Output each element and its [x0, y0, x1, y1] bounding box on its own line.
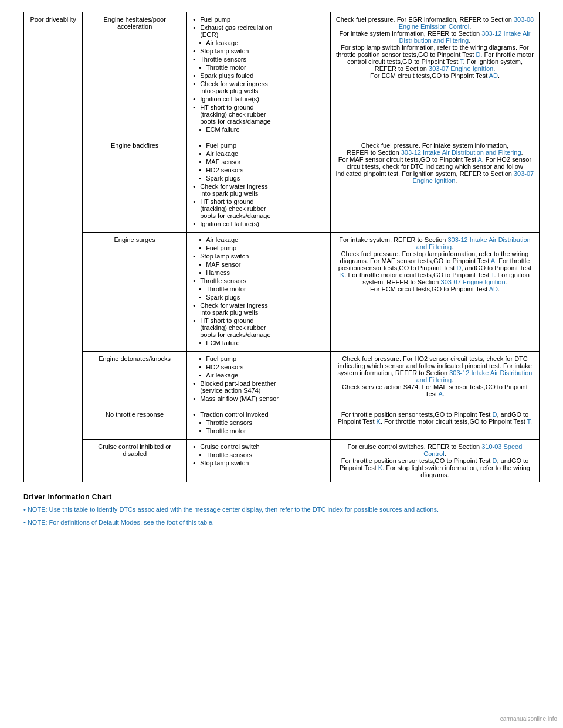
link-303-07-2[interactable]: 303-07 Engine Ignition [413, 170, 534, 184]
actions-cell-3: For intake system, REFER to Section 303-… [330, 233, 539, 352]
link-303-12-3[interactable]: 303-12 Intake Air Distribution and Filte… [416, 236, 531, 250]
causes-cell-2: Fuel pump Air leakage MAF sensor HO2 sen… [187, 138, 331, 233]
causes-cell-1: Fuel pump Exhaust gas recirculation(EGR)… [187, 12, 331, 138]
link-303-12-4[interactable]: 303-12 Intake Air Distribution and Filte… [416, 369, 533, 383]
link-pinpoint-K-3[interactable]: K [340, 271, 344, 278]
condition-cell-6: Cruise control inhibited ordisabled [83, 440, 187, 482]
causes-cell-4: Fuel pump HO2 sensors Air leakage Blocke… [187, 352, 331, 407]
note-2: • NOTE: For definitions of Default Modes… [23, 519, 540, 526]
causes-cell-6: Cruise control switch Throttle sensors S… [187, 440, 331, 482]
actions-cell-1: Check fuel pressure. For EGR information… [330, 12, 539, 138]
link-pinpoint-K-6[interactable]: K [378, 464, 382, 471]
link-pinpoint-T-1[interactable]: T [460, 58, 463, 65]
condition-cell-2: Engine backfires [83, 138, 187, 233]
link-pinpoint-A-4[interactable]: A [439, 390, 443, 397]
driveability-table: Poor driveability Engine hesitates/poora… [23, 12, 540, 482]
condition-cell-5: No throttle response [83, 407, 187, 440]
actions-cell-4: Check fuel pressure. For HO2 sensor circ… [330, 352, 539, 407]
note-1: • NOTE: Use this table to identify DTCs … [23, 506, 540, 513]
link-pinpoint-D-1[interactable]: D [476, 51, 480, 58]
link-303-12-2[interactable]: 303-12 Intake Air Distribution and Filte… [401, 149, 521, 156]
link-pinpoint-AD-1[interactable]: AD [489, 72, 498, 79]
link-pinpoint-D-5[interactable]: D [492, 411, 497, 418]
causes-cell-5: Traction control invoked Throttle sensor… [187, 407, 331, 440]
link-303-07-1[interactable]: 303-07 Engine Ignition [429, 65, 493, 72]
link-pinpoint-T-5[interactable]: T [527, 418, 531, 425]
condition-cell-4: Engine detonates/knocks [83, 352, 187, 407]
link-pinpoint-K-5[interactable]: K [377, 418, 381, 425]
actions-cell-2: Check fuel pressure. For intake system i… [330, 138, 539, 233]
link-303-12-1[interactable]: 303-12 Intake Air Distribution and Filte… [399, 30, 531, 44]
link-pinpoint-A-3[interactable]: A [491, 257, 495, 264]
link-303-07-3[interactable]: 303-07 Engine Ignition [441, 278, 506, 285]
link-pinpoint-A-2[interactable]: A [477, 156, 481, 163]
driver-info-title: Driver Information Chart [23, 493, 540, 501]
link-pinpoint-D-6[interactable]: D [492, 457, 497, 464]
condition-cell-3: Engine surges [83, 233, 187, 352]
driveability-header: Poor driveability [24, 12, 83, 482]
driver-info-section: Driver Information Chart • NOTE: Use thi… [23, 493, 540, 526]
link-pinpoint-AD-3[interactable]: AD [489, 285, 498, 292]
causes-cell-3: Air leakage Fuel pump Stop lamp switch M… [187, 233, 331, 352]
actions-cell-5: For throttle position sensor tests,GO to… [330, 407, 539, 440]
link-pinpoint-T-3[interactable]: T [491, 271, 494, 278]
actions-cell-6: For cruise control switches, REFER to Se… [330, 440, 539, 482]
link-310-03[interactable]: 310-03 Speed Control [423, 443, 522, 457]
condition-cell-1: Engine hesitates/pooracceleration [83, 12, 187, 138]
link-pinpoint-D-3[interactable]: D [456, 264, 461, 271]
link-303-08[interactable]: 303-08 Engine Emission Control [399, 16, 534, 30]
